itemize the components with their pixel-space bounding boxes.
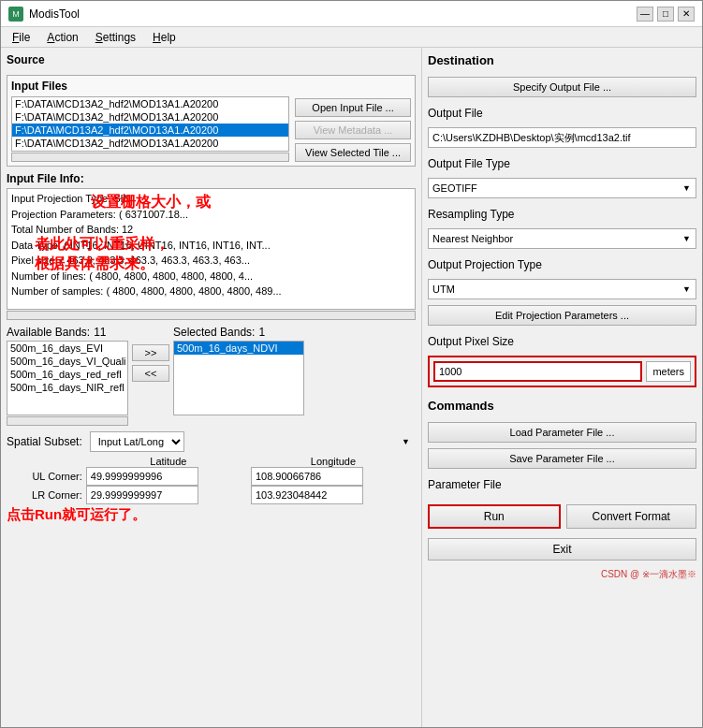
left-panel: Source Input Files F:\DATA\MCD13A2_hdf2\… (1, 48, 422, 727)
ul-longitude-input[interactable] (251, 467, 363, 486)
info-line: Data Type: ( INT16, INT16, UINT16, INT16… (11, 238, 411, 254)
available-bands-count: 11 (94, 326, 106, 339)
output-file-type-label: Output File Type (428, 157, 696, 170)
destination-label: Destination (428, 53, 696, 67)
info-box: Input Projection Type: SIN Projection Pa… (7, 188, 416, 310)
minimize-btn[interactable]: — (637, 7, 653, 22)
corner-table: Latitude Longitude UL Corner: LR Corner: (7, 456, 416, 504)
selected-bands-count: 1 (258, 326, 265, 339)
band-item[interactable]: 500m_16_days_VI_Quali (7, 355, 127, 368)
restore-btn[interactable]: □ (657, 7, 674, 22)
output-pixel-label: Output Pixel Size (428, 335, 696, 348)
output-file-type-select[interactable]: GEOTIFF (428, 178, 696, 198)
param-file-label: Parameter File (428, 478, 696, 491)
output-pixel-input[interactable] (433, 361, 642, 382)
input-files-group: Input Files F:\DATA\MCD13A2_hdf2\MOD13A1… (7, 75, 416, 167)
available-bands-scrollbar[interactable] (7, 416, 128, 426)
info-scrollbar-h[interactable] (7, 311, 416, 320)
save-parameter-button[interactable]: Save Parameter File ... (428, 448, 696, 469)
spatial-label: Spatial Subset: (7, 435, 82, 448)
view-metadata-button[interactable]: View Metadata ... (295, 121, 411, 139)
title-bar: M ModisTool — □ ✕ (1, 1, 702, 27)
file-item[interactable]: F:\DATA\MCD13A2_hdf2\MOD13A1.A20200 (12, 124, 288, 137)
input-file-info-section: Input File Info: Input Projection Type: … (7, 172, 416, 320)
info-line: Number of samples: ( 4800, 4800, 4800, 4… (11, 284, 411, 299)
close-btn[interactable]: ✕ (678, 7, 695, 22)
window-title: ModisTool (29, 7, 80, 21)
longitude-header: Longitude (251, 456, 416, 467)
output-file-input[interactable] (428, 127, 696, 148)
selected-band-item[interactable]: 500m_16_days_NDVI (174, 342, 303, 355)
output-proj-select[interactable]: UTM (428, 279, 696, 299)
open-input-file-button[interactable]: Open Input File ... (295, 98, 411, 117)
selected-bands-label: Selected Bands: (173, 326, 255, 339)
band-item[interactable]: 500m_16_days_red_refl (7, 368, 127, 381)
remove-band-button[interactable]: << (132, 365, 169, 382)
bottom-buttons: Run Convert Format (428, 504, 696, 529)
available-bands-label: Available Bands: (7, 326, 90, 339)
info-line: Pixel size: ( 463.3, 463.3, 463.3, 463.3… (11, 253, 411, 269)
resampling-type-select[interactable]: Nearest Neighbor (428, 228, 696, 249)
menu-settings[interactable]: Settings (88, 29, 143, 45)
convert-format-button[interactable]: Convert Format (566, 504, 697, 529)
info-line: Total Number of Bands: 12 (11, 222, 411, 238)
available-bands-list[interactable]: 500m_16_days_EVI 500m_16_days_VI_Quali 5… (7, 341, 128, 415)
info-line: Number of lines: ( 4800, 4800, 4800, 480… (11, 269, 411, 284)
file-item[interactable]: F:\DATA\MCD13A2_hdf2\MOD13A1.A20200 (12, 97, 288, 110)
exit-button[interactable]: Exit (428, 538, 696, 561)
load-parameter-button[interactable]: Load Parameter File ... (428, 422, 696, 443)
ul-corner-label: UL Corner: (7, 467, 86, 486)
spatial-subset-section: Spatial Subset: Input Lat/Long Latitude … (7, 431, 416, 524)
app-icon: M (8, 7, 23, 22)
main-content: Source Input Files F:\DATA\MCD13A2_hdf2\… (1, 48, 702, 727)
commands-label: Commands (428, 399, 696, 413)
latitude-header: Latitude (86, 456, 251, 467)
spatial-select[interactable]: Input Lat/Long (90, 431, 184, 452)
input-files-title: Input Files (11, 80, 411, 93)
lr-corner-label: LR Corner: (7, 486, 86, 504)
file-list-scrollbar-h[interactable] (11, 153, 289, 162)
lr-longitude-input[interactable] (251, 486, 363, 504)
resampling-label: Resampling Type (428, 208, 696, 221)
output-proj-label: Output Projection Type (428, 258, 696, 271)
info-line: Input Projection Type: SIN (11, 191, 411, 207)
run-button[interactable]: Run (428, 504, 561, 529)
output-file-label: Output File (428, 107, 696, 120)
watermark: CSDN @ ※一滴水墨※ (428, 568, 696, 581)
output-pixel-box: meters (428, 356, 696, 387)
menu-file[interactable]: File (5, 29, 37, 45)
edit-projection-button[interactable]: Edit Projection Parameters ... (428, 305, 696, 326)
lr-latitude-input[interactable] (86, 486, 198, 504)
ul-latitude-input[interactable] (86, 467, 198, 486)
info-line: Projection Parameters: ( 6371007.18... (11, 207, 411, 223)
info-label: Input File Info: (7, 172, 416, 185)
menu-help[interactable]: Help (145, 29, 183, 45)
menu-bar: File Action Settings Help (1, 27, 702, 48)
specify-output-button[interactable]: Specify Output File ... (428, 77, 696, 97)
pixel-unit-label: meters (646, 361, 691, 382)
add-band-button[interactable]: >> (132, 344, 169, 361)
file-item[interactable]: F:\DATA\MCD13A2_hdf2\MOD13A1.A20200 (12, 137, 288, 150)
main-window: M ModisTool — □ ✕ File Action Settings H… (0, 0, 703, 728)
run-annotation: 点击Run就可运行了。 (7, 506, 416, 524)
menu-action[interactable]: Action (39, 29, 85, 45)
band-item[interactable]: 500m_16_days_EVI (7, 342, 127, 355)
selected-bands-list[interactable]: 500m_16_days_NDVI (173, 341, 304, 415)
view-selected-tile-button[interactable]: View Selected Tile ... (295, 143, 411, 162)
file-item[interactable]: F:\DATA\MCD13A2_hdf2\MOD13A1.A20200 (12, 110, 288, 124)
source-label: Source (7, 53, 416, 66)
band-item[interactable]: 500m_16_days_NIR_refl (7, 381, 127, 394)
right-panel: Destination Specify Output File ... Outp… (422, 48, 702, 727)
bands-section: Available Bands: 11 500m_16_days_EVI 500… (7, 326, 416, 426)
file-list[interactable]: F:\DATA\MCD13A2_hdf2\MOD13A1.A20200 F:\D… (11, 96, 289, 152)
